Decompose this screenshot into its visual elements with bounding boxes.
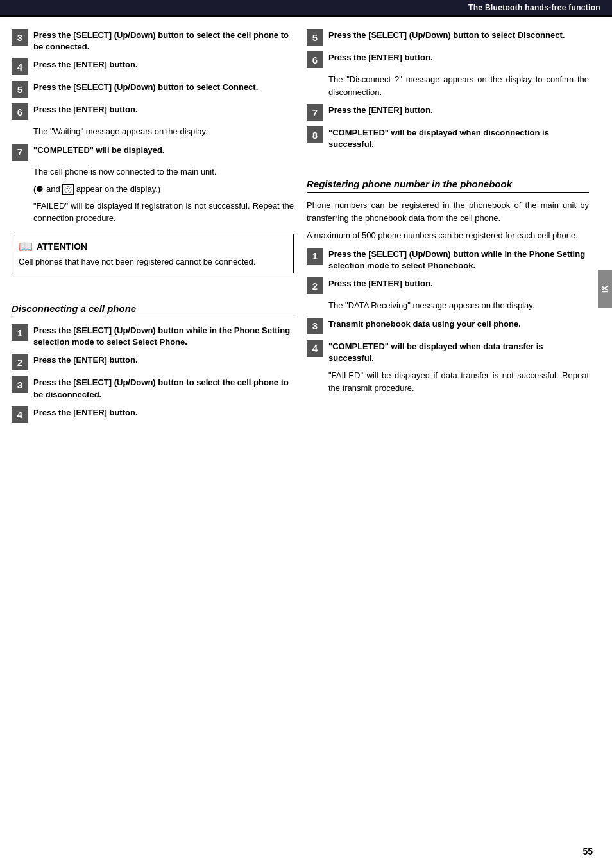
phonebook-step-4: 4 "COMPLETED" will be displayed when dat… <box>307 340 589 364</box>
phonebook-step-4-text: "COMPLETED" will be displayed when data … <box>328 340 589 364</box>
step-5-text: Press the [SELECT] (Up/Down) button to s… <box>33 80 258 93</box>
step-7-text: "COMPLETED" will be displayed. <box>33 143 164 156</box>
header-bar: The Bluetooth hands-free function <box>0 0 612 17</box>
right-step-7: 7 Press the [ENTER] button. <box>307 103 589 121</box>
attention-icon: 📖 <box>19 239 33 254</box>
step-6: 6 Press the [ENTER] button. <box>12 103 294 120</box>
disconnect-step-3-text: Press the [SELECT] (Up/Down) button to s… <box>33 376 294 400</box>
step-4: 4 Press the [ENTER] button. <box>12 58 294 75</box>
step-7-num: 7 <box>12 144 28 161</box>
phonebook-step-2-text: Press the [ENTER] button. <box>328 277 433 290</box>
step-6-text: Press the [ENTER] button. <box>33 103 138 116</box>
phonebook-section-title: Registering phone number in the phoneboo… <box>307 178 589 189</box>
body-2-block: The cell phone is now connected to the m… <box>33 166 294 225</box>
phonebook-body-4: "FAILED" will be displayed if data trans… <box>328 369 589 394</box>
step-4-text: Press the [ENTER] button. <box>33 58 138 71</box>
step-5-num: 5 <box>12 81 28 98</box>
right-body-1-block: The "Disconnect ?" message appears on th… <box>328 73 589 98</box>
body-text-3: (⚈ and ㋡ appear on the display.) <box>33 183 294 196</box>
step-6-num: 6 <box>12 103 28 120</box>
right-step-5: 5 Press the [SELECT] (Up/Down) button to… <box>307 28 589 46</box>
right-step-6-num: 6 <box>307 51 323 68</box>
phonebook-step-1-text: Press the [SELECT] (Up/Down) button whil… <box>328 247 589 272</box>
phonebook-body-2: A maximum of 500 phone numbers can be re… <box>307 229 589 242</box>
right-step-7-num: 7 <box>307 104 323 121</box>
main-content: 3 Press the [SELECT] (Up/Down) button to… <box>0 17 612 454</box>
step-4-num: 4 <box>12 58 28 75</box>
phonebook-step-2: 2 Press the [ENTER] button. <box>307 277 589 294</box>
body-1-block: The "Waiting" message appears on the dis… <box>33 125 294 138</box>
side-tab: IX <box>598 270 612 308</box>
disconnect-step-2: 2 Press the [ENTER] button. <box>12 353 294 370</box>
right-step-8-num: 8 <box>307 126 323 143</box>
header-title: The Bluetooth hands-free function <box>468 3 600 12</box>
phonebook-step-2-num: 2 <box>307 277 323 294</box>
right-step-8: 8 "COMPLETED" will be displayed when dis… <box>307 126 589 150</box>
attention-label: ATTENTION <box>37 241 87 252</box>
right-step-6: 6 Press the [ENTER] button. <box>307 51 589 68</box>
page: The Bluetooth hands-free function IX 3 P… <box>0 0 612 868</box>
body-text-2: The cell phone is now connected to the m… <box>33 166 294 178</box>
right-step-5-num: 5 <box>307 29 323 46</box>
page-number: 55 <box>582 846 593 856</box>
phonebook-body-3-block: The "DATA Receiving" message appears on … <box>328 299 589 312</box>
step-3: 3 Press the [SELECT] (Up/Down) button to… <box>12 28 294 53</box>
right-column: 5 Press the [SELECT] (Up/Down) button to… <box>307 28 589 428</box>
phonebook-step-3: 3 Transmit phonebook data using your cel… <box>307 317 589 334</box>
disconnect-step-4: 4 Press the [ENTER] button. <box>12 406 294 423</box>
right-step-8-text: "COMPLETED" will be displayed when disco… <box>328 126 589 150</box>
disconnect-section-title: Disconnecting a cell phone <box>12 303 294 314</box>
disconnect-step-3: 3 Press the [SELECT] (Up/Down) button to… <box>12 376 294 400</box>
disconnect-step-4-text: Press the [ENTER] button. <box>33 406 138 419</box>
phonebook-step-1-num: 1 <box>307 248 323 265</box>
phonebook-step-4-num: 4 <box>307 340 323 357</box>
attention-header: 📖 ATTENTION <box>19 239 287 254</box>
phonebook-body-3: The "DATA Receiving" message appears on … <box>328 299 589 312</box>
disconnect-section-divider <box>12 317 294 317</box>
disconnect-step-2-text: Press the [ENTER] button. <box>33 353 138 366</box>
attention-text: Cell phones that have not been registere… <box>19 256 287 268</box>
phonebook-body-1: Phone numbers can be registered in the p… <box>307 199 589 224</box>
phonebook-body-4-block: "FAILED" will be displayed if data trans… <box>328 369 589 394</box>
phonebook-step-3-num: 3 <box>307 318 323 334</box>
phonebook-step-3-text: Transmit phonebook data using your cell … <box>328 317 521 330</box>
disconnect-step-3-num: 3 <box>12 376 28 393</box>
right-step-6-text: Press the [ENTER] button. <box>328 51 433 64</box>
disconnect-step-1: 1 Press the [SELECT] (Up/Down) button wh… <box>12 324 294 348</box>
phonebook-section-divider <box>307 192 589 193</box>
step-3-num: 3 <box>12 29 28 46</box>
body-text-1: The "Waiting" message appears on the dis… <box>33 125 294 138</box>
right-step-7-text: Press the [ENTER] button. <box>328 103 433 116</box>
attention-box: 📖 ATTENTION Cell phones that have not be… <box>12 234 294 273</box>
step-5: 5 Press the [SELECT] (Up/Down) button to… <box>12 80 294 98</box>
body-text-4: "FAILED" will be displayed if registrati… <box>33 200 294 225</box>
disconnect-step-1-num: 1 <box>12 324 28 341</box>
step-3-text: Press the [SELECT] (Up/Down) button to s… <box>33 28 294 53</box>
right-step-5-text: Press the [SELECT] (Up/Down) button to s… <box>328 28 565 41</box>
right-body-text-1: The "Disconnect ?" message appears on th… <box>328 73 589 98</box>
left-column: 3 Press the [SELECT] (Up/Down) button to… <box>12 28 294 428</box>
phonebook-step-1: 1 Press the [SELECT] (Up/Down) button wh… <box>307 247 589 272</box>
disconnect-step-2-num: 2 <box>12 354 28 370</box>
disconnect-step-1-text: Press the [SELECT] (Up/Down) button whil… <box>33 324 294 348</box>
step-7: 7 "COMPLETED" will be displayed. <box>12 143 294 161</box>
disconnect-step-4-num: 4 <box>12 406 28 423</box>
